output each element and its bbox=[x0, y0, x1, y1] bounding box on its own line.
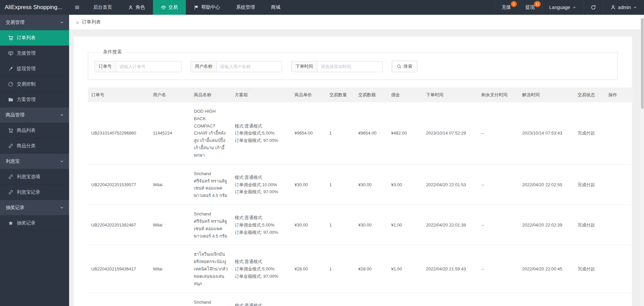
hamburger-icon bbox=[74, 5, 80, 10]
cart-icon bbox=[8, 35, 13, 41]
withdraw-label: 提现 bbox=[526, 4, 535, 10]
table-cell: 2022/04/20 22:01:53 bbox=[423, 164, 478, 205]
breadcrumb-arrow-icon: » bbox=[76, 19, 79, 25]
page-scrollbar[interactable] bbox=[640, 15, 644, 306]
sidebar-section-1[interactable]: 商品管理 bbox=[0, 107, 69, 123]
table-header-cell: 交易数量 bbox=[326, 88, 355, 102]
username-input[interactable] bbox=[216, 61, 282, 72]
link-icon bbox=[8, 174, 13, 180]
recharge-button[interactable]: 充值 0 bbox=[494, 0, 518, 15]
sidebar-item-0-3[interactable]: 交易控制 bbox=[0, 76, 69, 92]
sidebar-item-0-2[interactable]: 提现管理 bbox=[0, 61, 69, 76]
table-cell bbox=[605, 205, 634, 245]
table-row[interactable]: UB2204202201539577WilaiSrichand ศรีจันทร… bbox=[88, 164, 634, 205]
table-cell: -- bbox=[478, 245, 519, 293]
table-row[interactable]: UB231014075229686011445224DOD HIGH BACK … bbox=[88, 102, 634, 164]
table-cell: 完成付款 bbox=[574, 164, 605, 205]
table-cell: 模式:普通模式订单佣金模式:5.00%订单金额模式: 97.00% bbox=[231, 245, 291, 293]
nav-item-1[interactable]: 角色 bbox=[120, 0, 153, 15]
table-cell: 完成付款 bbox=[574, 102, 605, 164]
withdraw-button[interactable]: 提现 11 bbox=[518, 0, 542, 15]
username-group: 用户名称 bbox=[191, 61, 282, 72]
table-header-cell: 交易数额 bbox=[355, 88, 388, 102]
recharge-badge: 0 bbox=[511, 1, 517, 7]
table-cell: Wilai bbox=[150, 164, 191, 205]
search-button[interactable]: 搜索 bbox=[392, 61, 417, 72]
sidebar-item-0-0[interactable]: 订单列表 bbox=[0, 30, 69, 46]
table-cell: ¥30.00 bbox=[355, 164, 388, 205]
cart-icon bbox=[8, 128, 13, 133]
admin-menu[interactable]: admin bbox=[603, 0, 644, 15]
link-icon bbox=[8, 190, 13, 195]
refresh-button[interactable] bbox=[583, 0, 603, 15]
sidebar-item-1-1[interactable]: 商品分类 bbox=[0, 138, 69, 154]
order-no-label: 订单号 bbox=[94, 61, 116, 72]
table-header-cell: 下单时间 bbox=[423, 88, 478, 102]
link-icon bbox=[8, 143, 13, 149]
nav-item-4[interactable]: 系统管理 bbox=[228, 0, 263, 15]
nav-item-0[interactable]: 后台首页 bbox=[85, 0, 120, 15]
table-cell: UB2310140752296860 bbox=[88, 102, 150, 164]
sidebar-item-0-4[interactable]: 方案管理 bbox=[0, 92, 69, 107]
sidebar-item-3-0[interactable]: 抽奖记录 bbox=[0, 215, 69, 231]
sidebar-item-2-0[interactable]: 利息宝选项 bbox=[0, 169, 69, 185]
orders-table: 订单号用户名商品名称方案组商品单价交易数量交易数额佣金下单时间剩余支付时间解冻时… bbox=[88, 88, 634, 306]
table-cell: ¥28.00 bbox=[291, 245, 326, 293]
nav-item-5[interactable]: 商城 bbox=[263, 0, 288, 15]
table-cell bbox=[605, 245, 634, 293]
table-row[interactable]: UB2204202159436417Wilaiฮาโลวีนเมจิกมันฝร… bbox=[88, 245, 634, 293]
sidebar-toggle-button[interactable] bbox=[69, 0, 85, 15]
nav-item-2[interactable]: 交易 bbox=[153, 0, 186, 15]
search-fieldset: 条件搜索 订单号 用户名称 下单时间 bbox=[88, 49, 618, 80]
sidebar-section-2[interactable]: 利息宝 bbox=[0, 154, 69, 169]
table-cell: 2022/04/20 20:50:26 bbox=[423, 293, 478, 306]
scrollbar-thumb[interactable] bbox=[641, 18, 644, 109]
table-cell: ¥3.00 bbox=[388, 164, 423, 205]
table-cell bbox=[605, 293, 634, 306]
navbar-right: 充值 0 提现 11 Language admin bbox=[494, 0, 644, 15]
content: 条件搜索 订单号 用户名称 下单时间 bbox=[69, 30, 644, 306]
sidebar-section-0[interactable]: 交易管理 bbox=[0, 15, 69, 30]
sidebar-item-1-0[interactable]: 商品列表 bbox=[0, 123, 69, 138]
sidebar-item-0-1[interactable]: 充值管理 bbox=[0, 46, 69, 61]
nav-item-3[interactable]: 帮助中心 bbox=[186, 0, 228, 15]
table-cell: -- bbox=[478, 164, 519, 205]
chevronDown-icon bbox=[60, 20, 64, 24]
page-title: 订单列表 bbox=[82, 19, 101, 25]
refresh-icon bbox=[591, 5, 596, 10]
order-time-input[interactable] bbox=[317, 61, 383, 72]
search-icon bbox=[397, 64, 401, 69]
main-area: » 订单列表 条件搜索 订单号 用户名称 下单时间 bbox=[69, 0, 644, 306]
gauge-icon bbox=[8, 82, 13, 87]
table-header-cell: 商品单价 bbox=[291, 88, 326, 102]
table-cell: ¥28.00 bbox=[355, 245, 388, 293]
table-cell: UB2204202201382487 bbox=[88, 205, 150, 245]
table-cell: 11445224 bbox=[150, 102, 191, 164]
table-cell: -- bbox=[478, 102, 519, 164]
table-cell: ¥1.00 bbox=[388, 245, 423, 293]
table-cell: ¥9654.00 bbox=[291, 102, 326, 164]
orders-table-wrap: 订单号用户名商品名称方案组商品单价交易数量交易数额佣金下单时间剩余支付时间解冻时… bbox=[88, 88, 618, 306]
table-cell: 2022/04/20 21:59:43 bbox=[423, 245, 478, 293]
sidebar: 交易管理订单列表充值管理提现管理交易控制方案管理商品管理商品列表商品分类利息宝利… bbox=[0, 15, 69, 306]
table-header-cell: 操作 bbox=[605, 88, 634, 102]
table-row[interactable]: UB2204202050265011XaXaXaSrichand ศรีจันท… bbox=[88, 293, 634, 306]
table-cell: 1 bbox=[326, 245, 355, 293]
table-header-cell: 解冻时间 bbox=[519, 88, 574, 102]
table-header-cell: 订单号 bbox=[88, 88, 150, 102]
table-cell: XaXaXa bbox=[150, 293, 191, 306]
table-cell: Wilai bbox=[150, 245, 191, 293]
sidebar-item-2-1[interactable]: 利息宝记录 bbox=[0, 185, 69, 200]
table-cell: 1 bbox=[326, 164, 355, 205]
order-no-input[interactable] bbox=[116, 61, 181, 72]
table-cell: 模式:普通模式订单佣金模式:5.00%订单金额模式: 97.00% bbox=[231, 102, 291, 164]
card-icon bbox=[8, 51, 13, 56]
table-cell: UB2204202050265011 bbox=[88, 293, 150, 306]
table-cell: ฮาโลวีนเมจิกมันฝรั่งทอดกระป๋องงู เทคนิคโ… bbox=[191, 245, 231, 293]
table-cell: 2022/04/20 22:02:39 bbox=[519, 205, 574, 245]
sidebar-section-3[interactable]: 抽奖记录 bbox=[0, 200, 69, 215]
table-cell: 1 bbox=[326, 205, 355, 245]
table-row[interactable]: UB2204202201382487WilaiSrichand ศรีจันทร… bbox=[88, 205, 634, 245]
table-cell: ¥3.00 bbox=[388, 293, 423, 306]
language-menu[interactable]: Language bbox=[542, 0, 583, 15]
